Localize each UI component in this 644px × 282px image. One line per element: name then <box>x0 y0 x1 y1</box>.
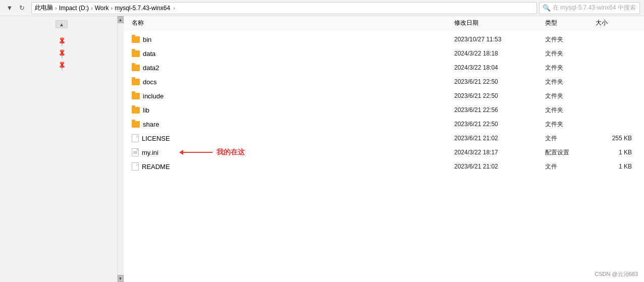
file-name-cell: data2 <box>132 64 454 72</box>
pin-icons: 📌 📌 📌 <box>58 37 66 70</box>
file-row[interactable]: README2023/6/21 21:02文件1 KB <box>132 159 636 174</box>
annotated-name-wrapper: my.ini我的在这 <box>142 149 158 156</box>
file-type: 文件夹 <box>545 64 596 72</box>
file-icon <box>132 162 139 171</box>
breadcrumb-drive[interactable]: Impact (D:) <box>59 5 89 12</box>
col-header-type[interactable]: 类型 <box>545 19 596 27</box>
file-name-cell: data <box>132 50 454 58</box>
file-list: bin2023/10/27 11:53文件夹data2024/3/22 18:1… <box>124 30 644 176</box>
refresh-btn[interactable]: ↻ <box>16 3 27 14</box>
file-size: 255 KB <box>596 135 636 142</box>
file-icon <box>132 134 139 142</box>
folder-icon <box>132 50 140 57</box>
watermark: CSDN @云治683 <box>595 270 638 278</box>
breadcrumb-this-pc[interactable]: 此电脑 <box>35 4 53 12</box>
sep-1: › <box>55 5 57 11</box>
file-row[interactable]: include2023/6/21 22:50文件夹 <box>132 89 636 103</box>
search-placeholder: 在 mysql-5.7.43-winx64 中搜索 <box>553 4 636 12</box>
file-type: 文件夹 <box>545 106 596 115</box>
breadcrumb-mysql[interactable]: mysql-5.7.43-winx64 <box>115 5 170 12</box>
file-type: 文件夹 <box>545 49 596 58</box>
file-type: 文件夹 <box>545 120 596 129</box>
file-name-cell: bin <box>132 36 454 43</box>
sep-2: › <box>91 5 93 11</box>
file-size: 1 KB <box>596 163 636 170</box>
file-name-cell: my.ini我的在这 <box>132 148 454 156</box>
file-type: 文件 <box>545 134 596 143</box>
scrollbar-track <box>118 23 124 275</box>
folder-icon <box>132 93 140 99</box>
file-row[interactable]: bin2023/10/27 11:53文件夹 <box>132 32 636 46</box>
scroll-up-btn[interactable]: ▲ <box>56 20 68 28</box>
file-area: 名称 修改日期 类型 大小 bin2023/10/27 11:53文件夹data… <box>124 16 644 282</box>
col-header-size[interactable]: 大小 <box>596 19 636 27</box>
file-modified: 2023/10/27 11:53 <box>454 36 545 43</box>
sep-3: › <box>111 5 113 11</box>
file-modified: 2023/6/21 22:50 <box>454 92 545 99</box>
file-scroll[interactable]: bin2023/10/27 11:53文件夹data2024/3/22 18:1… <box>124 30 644 282</box>
file-name-cell: README <box>132 162 454 171</box>
file-modified: 2024/3/22 18:17 <box>454 149 545 156</box>
pin-icon-1[interactable]: 📌 <box>56 35 67 47</box>
file-name-cell: share <box>132 121 454 128</box>
file-row[interactable]: data2024/3/22 18:18文件夹 <box>132 46 636 61</box>
left-panel: ▲ 📌 📌 📌 ▲ ▼ <box>0 16 124 282</box>
file-type: 文件夹 <box>545 35 596 44</box>
file-row[interactable]: my.ini我的在这2024/3/22 18:17配置设置1 KB <box>132 145 636 159</box>
file-name-cell: include <box>132 92 454 100</box>
breadcrumb-expand[interactable]: › <box>173 5 175 11</box>
nav-buttons: ▼ ↻ <box>4 3 27 14</box>
file-row[interactable]: docs2023/6/21 22:50文件夹 <box>132 75 636 89</box>
file-name-text: include <box>143 92 164 100</box>
left-scrollbar: ▲ ▼ <box>117 16 123 282</box>
address-bar: ▼ ↻ 此电脑 › Impact (D:) › Work › mysql-5.7… <box>0 0 644 16</box>
file-name-text: LICENSE <box>142 135 170 142</box>
file-modified: 2023/6/21 21:02 <box>454 135 545 142</box>
col-header-name[interactable]: 名称 <box>132 19 454 27</box>
file-modified: 2023/6/21 22:50 <box>454 121 545 128</box>
breadcrumb-work[interactable]: Work <box>95 5 109 12</box>
pin-icon-3[interactable]: 📌 <box>56 60 67 71</box>
file-name-text: data2 <box>143 64 159 72</box>
folder-icon <box>132 65 140 71</box>
file-row[interactable]: LICENSE2023/6/21 21:02文件255 KB <box>132 131 636 145</box>
file-modified: 2023/6/21 22:56 <box>454 106 545 114</box>
search-icon: 🔍 <box>543 4 551 12</box>
pin-icon-2[interactable]: 📌 <box>56 47 67 59</box>
folder-icon <box>132 79 140 85</box>
col-header-modified[interactable]: 修改日期 <box>454 19 545 27</box>
file-type: 文件夹 <box>545 92 596 100</box>
file-name-text: share <box>143 121 159 128</box>
folder-icon <box>132 121 140 128</box>
scrollbar-down[interactable]: ▼ <box>118 275 124 282</box>
file-modified: 2024/3/22 18:18 <box>454 50 545 57</box>
dropdown-btn[interactable]: ▼ <box>4 3 15 14</box>
column-headers: 名称 修改日期 类型 大小 <box>124 16 644 30</box>
file-name-text: my.ini <box>142 149 158 156</box>
arrow-annotation: 我的在这 <box>182 148 245 157</box>
file-name-cell: lib <box>132 106 454 114</box>
file-modified: 2023/6/21 21:02 <box>454 163 545 170</box>
search-box[interactable]: 🔍 在 mysql-5.7.43-winx64 中搜索 <box>539 2 640 14</box>
file-name-text: README <box>142 163 170 171</box>
file-size: 1 KB <box>596 149 636 156</box>
file-explorer-window: ▼ ↻ 此电脑 › Impact (D:) › Work › mysql-5.7… <box>0 0 644 282</box>
file-row[interactable]: lib2023/6/21 22:56文件夹 <box>132 103 636 117</box>
main-area: ▲ 📌 📌 📌 ▲ ▼ 名称 修改日期 类型 大小 <box>0 16 644 282</box>
file-name-cell: docs <box>132 78 454 86</box>
folder-icon <box>132 107 140 114</box>
breadcrumb-area: 此电脑 › Impact (D:) › Work › mysql-5.7.43-… <box>31 2 537 14</box>
annotation-text: 我的在这 <box>217 148 245 157</box>
file-name-text: docs <box>143 78 156 86</box>
arrow-line <box>182 152 212 153</box>
file-type: 文件夹 <box>545 78 596 86</box>
file-name-text: bin <box>143 36 151 43</box>
scrollbar-up[interactable]: ▲ <box>118 16 124 23</box>
file-name-cell: LICENSE <box>132 134 454 142</box>
file-modified: 2023/6/21 22:50 <box>454 78 545 85</box>
file-type: 配置设置 <box>545 148 596 157</box>
file-row[interactable]: share2023/6/21 22:50文件夹 <box>132 117 636 131</box>
file-row[interactable]: data22024/3/22 18:04文件夹 <box>132 61 636 75</box>
ini-file-icon <box>132 148 139 156</box>
file-type: 文件 <box>545 162 596 171</box>
